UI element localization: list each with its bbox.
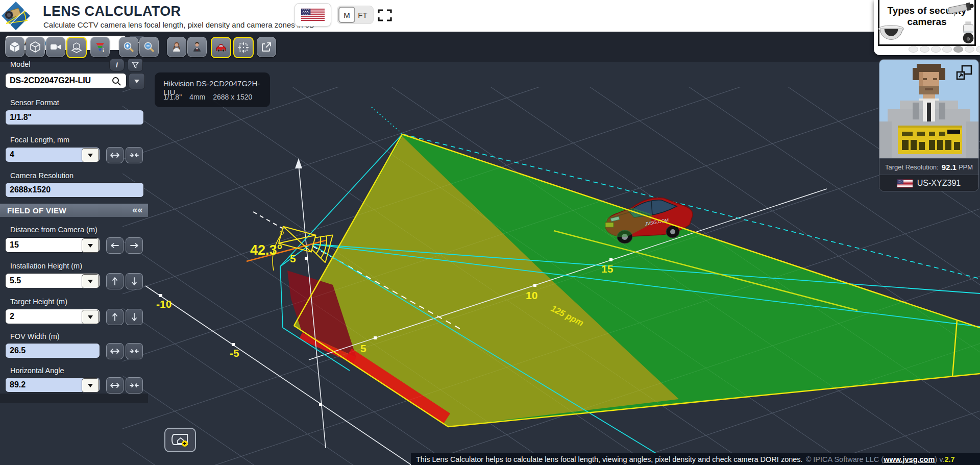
add-car-button[interactable] <box>211 37 231 58</box>
tick-label: 5 <box>360 342 366 354</box>
zoom-in-button[interactable] <box>119 37 138 57</box>
zoom-out-button[interactable] <box>139 37 159 57</box>
cube-zones-icon <box>70 41 83 54</box>
ptz-camera-icon <box>959 21 978 45</box>
fullscreen-button[interactable] <box>376 7 394 23</box>
search-icon[interactable] <box>111 76 121 86</box>
popup-page-dot[interactable] <box>931 46 941 53</box>
horizontal-angle-wider-button[interactable] <box>106 377 124 394</box>
model-filter-button[interactable] <box>128 58 143 71</box>
share-button[interactable] <box>257 37 276 57</box>
installation-height-label: Installation Height (m) <box>10 262 82 270</box>
cube-solid-icon <box>9 41 21 53</box>
camera-resolution-label: Camera Resolution <box>10 172 74 180</box>
unit-meters-button[interactable]: M <box>338 7 355 23</box>
tick-label: -10 <box>156 298 172 310</box>
tooltip-sensor: 1/1.8" <box>163 93 182 101</box>
distance-dropdown-button[interactable] <box>82 238 99 253</box>
popup-page-dot[interactable] <box>942 46 952 53</box>
add-man-button[interactable] <box>187 37 207 57</box>
unit-feet-button[interactable]: FT <box>355 8 370 22</box>
fov-width-wider-button[interactable] <box>106 343 124 359</box>
license-plate-bar: US-XYZ391 <box>879 175 978 191</box>
add-woman-button[interactable] <box>167 37 186 57</box>
chevron-down-icon <box>88 280 93 283</box>
footer-link[interactable]: www.jvsg.com <box>884 455 935 463</box>
model-label: Model <box>10 60 31 68</box>
horizontal-angle-narrower-button[interactable] <box>126 377 143 394</box>
view-3d-solid-button[interactable] <box>5 37 24 57</box>
focal-length-label: Focal Length, mm <box>10 136 69 144</box>
target-height-up-button[interactable] <box>106 309 124 325</box>
camera-resolution-field[interactable] <box>5 182 144 198</box>
arrow-right-icon <box>129 242 139 249</box>
fov-panel-title: FIELD OF VIEW <box>7 206 66 215</box>
sensor-format-label: Sensor Format <box>10 99 59 107</box>
language-button[interactable] <box>295 3 331 27</box>
page-subtitle: Calculate CCTV camera lens focal length,… <box>43 20 315 29</box>
model-info-button[interactable]: i <box>109 58 125 71</box>
arrow-left-icon <box>110 242 120 249</box>
model-input[interactable] <box>5 73 127 88</box>
installation-height-dropdown-button[interactable] <box>82 274 99 288</box>
arrow-up-icon <box>111 276 118 286</box>
target-resolution-unit: PPM <box>959 163 973 171</box>
bullet-camera-icon <box>945 0 977 16</box>
popup-page-dot-active[interactable] <box>953 46 963 53</box>
woman-icon <box>170 41 183 53</box>
target-preview-card[interactable]: Target Resolution: 92.1 PPM US-XYZ391 <box>879 59 979 191</box>
target-resolution-label: Target Resolution: <box>885 163 939 171</box>
license-plate-text: US-XYZ391 <box>917 179 961 188</box>
view-3d-wireframe-button[interactable] <box>26 37 45 57</box>
focal-length-dropdown-button[interactable] <box>82 148 99 162</box>
calibration-grid-button[interactable] <box>233 37 254 58</box>
app-header: LENS CALCULATOR Calculate CCTV camera le… <box>0 0 980 32</box>
fov-width-narrower-button[interactable] <box>126 343 143 359</box>
model-dropdown-button[interactable] <box>129 73 145 89</box>
camera-types-popup[interactable]: Types of security cameras <box>874 0 980 55</box>
units-toggle: M FT <box>337 6 374 24</box>
popup-page-dot[interactable] <box>909 46 918 53</box>
distance-decrease-button[interactable] <box>106 237 124 254</box>
chevron-down-icon <box>88 154 93 157</box>
chevron-down-icon <box>88 244 93 248</box>
popup-page-dot[interactable] <box>976 46 980 53</box>
fov-width-label: FOV Width (m) <box>10 332 60 340</box>
focal-wider-button[interactable] <box>106 147 124 163</box>
floor-plan-button[interactable] <box>164 428 196 452</box>
chevron-down-icon <box>88 315 93 319</box>
fov-width-input[interactable] <box>5 343 100 358</box>
tick-label: 10 <box>526 289 537 301</box>
distance-increase-button[interactable] <box>126 237 143 254</box>
sensor-format-field[interactable] <box>5 110 144 125</box>
us-flag-icon <box>897 179 913 188</box>
camera-view-button[interactable] <box>46 37 65 57</box>
tick-label: 5 <box>290 253 296 264</box>
dori-zones-button[interactable]: i <box>90 37 110 57</box>
tilt-angle-label: 42.3° <box>250 242 282 258</box>
popup-page-dot[interactable] <box>920 46 929 53</box>
popup-page-dot[interactable] <box>965 46 974 53</box>
target-height-label: Target Height (m) <box>10 298 67 306</box>
installation-height-up-button[interactable] <box>106 273 124 289</box>
collapse-panel-icon[interactable]: «« <box>132 205 143 215</box>
target-height-dropdown-button[interactable] <box>82 310 99 324</box>
view-3d-zones-button[interactable] <box>66 37 87 58</box>
footer-copyright: © IPICA Software LLC ( <box>806 455 884 463</box>
page-title: LENS CALCULATOR <box>43 4 181 19</box>
man-icon <box>191 41 203 53</box>
arrows-inward-icon <box>129 348 139 355</box>
installation-height-down-button[interactable] <box>126 273 143 289</box>
filter-funnel-icon <box>132 62 139 68</box>
horizontal-angle-dropdown-button[interactable] <box>82 378 99 393</box>
horizontal-angle-label: Horizontal Angle <box>10 366 64 375</box>
footer-description: This Lens Calculator helps to calculate … <box>416 455 803 463</box>
svg-text:i: i <box>103 48 104 53</box>
target-height-down-button[interactable] <box>126 309 143 325</box>
focal-narrower-button[interactable] <box>126 147 143 163</box>
fov-panel-header: FIELD OF VIEW «« <box>0 204 148 217</box>
video-camera-icon <box>50 41 62 53</box>
expand-image-icon[interactable] <box>955 64 974 83</box>
target-resolution-value: 92.1 <box>942 163 957 172</box>
lens-calculator-app: { "header": { "title": "LENS CALCULATOR"… <box>0 0 980 465</box>
